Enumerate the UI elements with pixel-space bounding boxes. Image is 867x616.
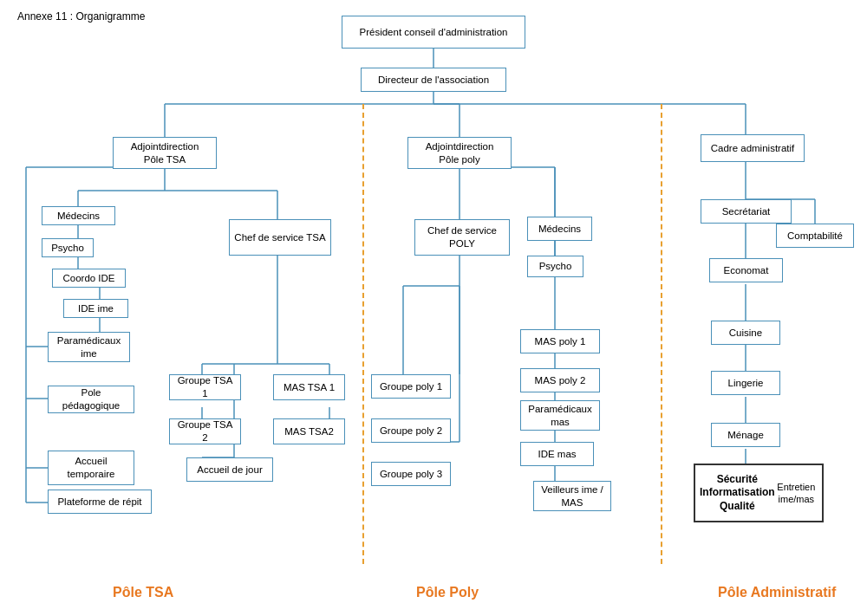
paramedicaux-mas-box: Paramédicaux mas bbox=[520, 400, 600, 431]
cadre-admin-box: Cadre administratif bbox=[701, 134, 805, 162]
groupe-tsa2-box: Groupe TSA 2 bbox=[169, 418, 241, 444]
secretariat-box: Secrétariat bbox=[701, 199, 792, 224]
coordo-ide-box: Coordo IDE bbox=[52, 269, 126, 288]
mas-poly2-box: MAS poly 2 bbox=[520, 368, 600, 392]
groupe-poly3-box: Groupe poly 3 bbox=[371, 462, 451, 486]
dashed-separator-2 bbox=[661, 104, 662, 564]
medecins-tsa-box: Médecins bbox=[42, 206, 115, 225]
directeur-box: Directeur de l'association bbox=[361, 68, 506, 92]
organigramme-page: Annexe 11 : Organigramme bbox=[0, 0, 867, 616]
pole-pedagogique-box: Pole pédagogique bbox=[48, 386, 134, 413]
chef-service-tsa-box: Chef de service TSA bbox=[229, 219, 331, 256]
psycho-poly-box: Psycho bbox=[527, 256, 583, 277]
comptabilite-box: Comptabilité bbox=[776, 224, 854, 248]
page-title: Annexe 11 : Organigramme bbox=[17, 10, 145, 23]
paramedicaux-ime-box: Paramédicaux ime bbox=[48, 332, 130, 362]
pole-poly-label: Pôle Poly bbox=[416, 585, 479, 600]
mas-tsa2-box: MAS TSA2 bbox=[273, 418, 345, 444]
accueil-temporaire-box: Accueil temporaire bbox=[48, 451, 134, 485]
lingerie-box: Lingerie bbox=[711, 371, 780, 395]
menage-box: Ménage bbox=[711, 423, 780, 447]
chef-service-poly-box: Chef de service POLY bbox=[414, 219, 510, 256]
dashed-separator-1 bbox=[362, 104, 364, 564]
veilleurs-box: Veilleurs ime / MAS bbox=[533, 481, 611, 511]
psycho-tsa-box: Psycho bbox=[42, 238, 94, 257]
secu-info-qualite-box: SécuritéInformatisationQualitéEntretien … bbox=[694, 464, 824, 522]
pole-tsa-label: Pôle TSA bbox=[113, 585, 173, 600]
mas-tsa1-box: MAS TSA 1 bbox=[273, 374, 345, 400]
mas-poly1-box: MAS poly 1 bbox=[520, 329, 600, 353]
groupe-poly2-box: Groupe poly 2 bbox=[371, 418, 451, 443]
groupe-tsa1-box: Groupe TSA 1 bbox=[169, 374, 241, 400]
cuisine-box: Cuisine bbox=[711, 321, 780, 345]
ide-mas-box: IDE mas bbox=[520, 442, 594, 466]
president-box: Président conseil d'administration bbox=[342, 16, 525, 49]
connector-lines bbox=[0, 0, 867, 616]
economat-box: Economat bbox=[709, 258, 783, 282]
adjoint-tsa-box: AdjointdirectionPôle TSA bbox=[113, 137, 217, 169]
accueil-jour-box: Accueil de jour bbox=[186, 457, 273, 482]
pole-admin-label: Pôle Administratif bbox=[718, 585, 836, 600]
ide-ime-box: IDE ime bbox=[63, 299, 128, 318]
groupe-poly1-box: Groupe poly 1 bbox=[371, 374, 451, 399]
medecins-poly-box: Médecins bbox=[527, 217, 592, 241]
adjoint-poly-box: AdjointdirectionPôle poly bbox=[407, 137, 512, 169]
plateforme-repit-box: Plateforme de répit bbox=[48, 490, 152, 514]
